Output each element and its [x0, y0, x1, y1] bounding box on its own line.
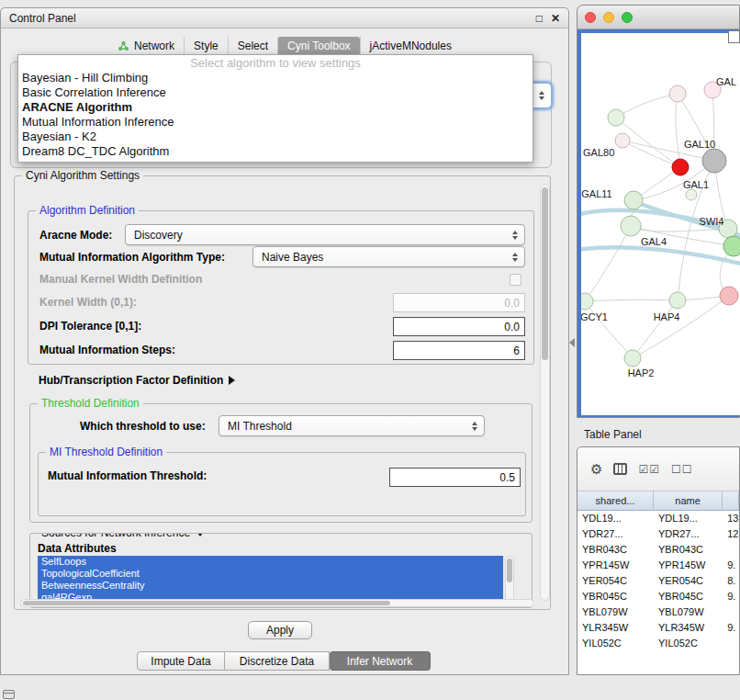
group-title: Threshold Definition [38, 397, 143, 411]
float-window-icon[interactable]: □ [536, 12, 543, 25]
mi-algorithm-type-select[interactable]: Naive Bayes [252, 246, 525, 267]
cell: YBL079W [654, 604, 723, 620]
manual-kernel-width-label: Manual Kernel Width Definition [39, 269, 202, 290]
close-window-icon[interactable]: ✕ [551, 12, 560, 25]
attributes-list-scrollbar[interactable] [505, 556, 514, 604]
gear-icon[interactable]: ⚙ [590, 461, 602, 478]
select-all-icon[interactable]: ☑☑ [638, 463, 660, 476]
hub-expand-arrow-icon[interactable] [229, 376, 235, 385]
table-row[interactable]: YBL079WYBL079W [577, 604, 739, 620]
mi-steps-label: Mutual Information Steps: [39, 340, 175, 361]
table-row[interactable]: YLR345WYLR345W9. [577, 620, 739, 636]
table-row[interactable]: YPR145WYPR145W9. [577, 558, 739, 573]
combo-arrows-icon [539, 91, 544, 100]
table-row[interactable]: YBR043CYBR043C [577, 542, 739, 558]
node-hap2[interactable] [624, 350, 641, 367]
cyni-algorithm-settings-group: Cyni Algorithm Settings Algorithm Defini… [14, 175, 551, 610]
window-title: Control Panel [9, 12, 528, 25]
select-none-icon[interactable]: ☐☐ [671, 463, 693, 476]
control-panel-tab-bar: Network Style Select Cyni Toolbox jActiv… [1, 36, 568, 56]
hidden-panel-icon[interactable] [3, 690, 15, 699]
dpi-tolerance-label: DPI Tolerance [0,1]: [39, 316, 141, 337]
node-gal80[interactable] [615, 133, 630, 148]
node-pink[interactable] [720, 287, 738, 305]
column-header[interactable] [723, 491, 739, 511]
zoom-traffic-light-icon[interactable] [622, 12, 633, 23]
tab-impute-data[interactable]: Impute Data [137, 651, 225, 671]
cell [723, 636, 739, 651]
tab-jactivemnodules[interactable]: jActiveMNodules [360, 37, 461, 55]
node-gal1[interactable] [686, 189, 697, 200]
node-gal11[interactable] [624, 191, 643, 209]
mi-steps-input[interactable]: 6 [393, 341, 525, 360]
table-row[interactable]: YDR27...YDR27...12 [577, 526, 739, 542]
panel-splitter-collapse-icon[interactable] [569, 338, 575, 347]
node-hap4[interactable] [669, 292, 686, 309]
mi-threshold-input[interactable]: 0.5 [389, 468, 521, 487]
dropdown-item[interactable]: Basic Correlation Inference [18, 85, 533, 100]
tab-infer-network[interactable]: Infer Network [330, 651, 431, 671]
tab-label: jActiveMNodules [370, 40, 452, 52]
node-label: GAL1 [683, 179, 709, 190]
settings-vertical-scrollbar[interactable] [540, 184, 550, 601]
dropdown-item[interactable]: Bayesian - Hill Climbing [18, 71, 533, 85]
column-header-name[interactable]: name [654, 491, 723, 511]
dropdown-item[interactable]: Bayesian - K2 [18, 130, 533, 144]
tab-cyni-toolbox[interactable]: Cyni Toolbox [277, 37, 359, 55]
attribute-item-selected[interactable]: TopologicalCoefficient [38, 568, 503, 580]
which-threshold-label: Which threshold to use: [80, 416, 206, 437]
table-row[interactable]: YDL19...YDL19...13 [577, 511, 739, 526]
attribute-item-selected[interactable]: SelfLoops [38, 556, 503, 568]
node-gal4[interactable] [621, 216, 641, 236]
cell: YBR045C [654, 589, 723, 604]
minimize-traffic-light-icon[interactable] [603, 12, 614, 23]
scrollbar-thumb[interactable] [507, 559, 512, 582]
dpi-tolerance-input[interactable]: 0.0 [393, 317, 525, 336]
tab-select[interactable]: Select [228, 37, 277, 55]
cell: YBR045C [577, 589, 654, 604]
sources-toggle[interactable]: Sources for Network Inference [38, 533, 208, 540]
node-selected-red[interactable] [672, 159, 689, 175]
node-gcy1[interactable] [581, 293, 593, 310]
aracne-mode-select[interactable]: Discovery [125, 224, 525, 245]
node-label: HAP2 [628, 367, 655, 378]
network-canvas[interactable]: GAL GAL80 GAL10 GAL11 GAL1 SWI4 GAL4 GCY… [581, 33, 740, 415]
control-panel-titlebar: Control Panel □ ✕ [1, 8, 568, 28]
aracne-mode-label: Aracne Mode: [39, 225, 112, 246]
node-bright-green[interactable] [723, 236, 740, 256]
table-row[interactable]: YIL052CYIL052C [577, 636, 739, 651]
control-panel-window: Control Panel □ ✕ Network Style Select C… [0, 7, 569, 675]
dropdown-item[interactable]: Dream8 DC_TDC Algorithm [18, 144, 533, 159]
scrollbar-thumb[interactable] [23, 601, 390, 605]
columns-icon[interactable] [613, 463, 627, 475]
node-gal10[interactable] [702, 149, 726, 173]
tab-style[interactable]: Style [184, 37, 228, 55]
kernel-width-label: Kernel Width (0,1): [39, 292, 137, 313]
scrollbar-thumb[interactable] [542, 187, 548, 360]
cell: YPR145W [577, 558, 654, 573]
which-threshold-select[interactable]: MI Threshold [219, 415, 485, 436]
node[interactable] [608, 109, 624, 126]
sources-collapse-arrow-icon[interactable] [196, 533, 205, 536]
settings-horizontal-scrollbar[interactable] [20, 599, 534, 607]
table-panel-window: ⚙ ☑☑ ☐☐ shared... name YDL19...YDL19...1… [577, 446, 740, 675]
node[interactable] [669, 85, 686, 102]
cell: 13 [723, 511, 739, 526]
hub-definition-toggle[interactable]: Hub/Transcription Factor Definition [39, 371, 235, 388]
cell: 8. [723, 573, 739, 589]
tab-discretize-data[interactable]: Discretize Data [225, 651, 330, 671]
close-traffic-light-icon[interactable] [585, 12, 596, 23]
cell: 9. [723, 589, 739, 604]
attribute-item-selected[interactable]: BetweennessCentrality [38, 580, 503, 592]
dropdown-item-selected[interactable]: ARACNE Algorithm [18, 100, 533, 115]
birdseye-toggle[interactable] [728, 30, 740, 43]
tab-network[interactable]: Network [108, 37, 184, 55]
table-row[interactable]: YBR045CYBR045C9. [577, 589, 739, 604]
apply-button[interactable]: Apply [248, 621, 312, 639]
cell: YDR27... [654, 526, 723, 542]
table-row[interactable]: YER054CYER054C8. [577, 573, 739, 589]
dropdown-item[interactable]: Mutual Information Inference [18, 115, 533, 130]
network-window-titlebar [577, 6, 739, 29]
column-header-shared-name[interactable]: shared... [577, 491, 654, 511]
algorithm-definition-group: Algorithm Definition Aracne Mode: Discov… [28, 210, 534, 365]
